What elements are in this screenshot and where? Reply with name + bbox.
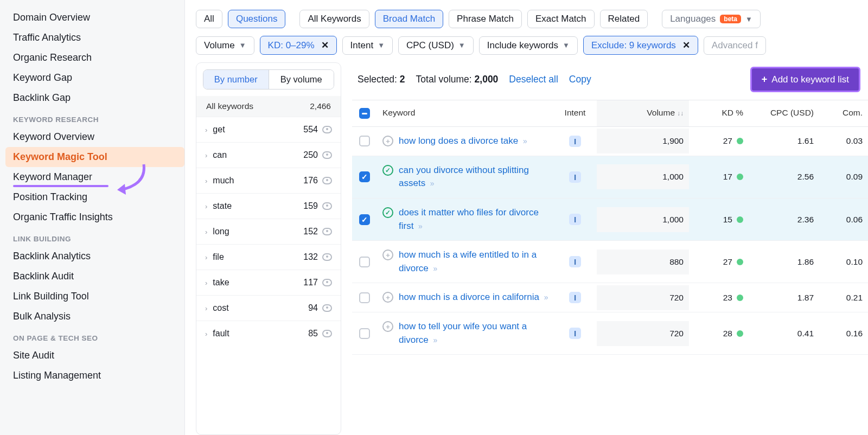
- filter-exclude-label: Exclude: 9 keywords: [591, 40, 676, 51]
- filter-include[interactable]: Include keywords ▼: [479, 36, 578, 55]
- total-volume: Total volume: 2,000: [416, 74, 499, 85]
- add-circle-icon[interactable]: +: [382, 250, 393, 260]
- add-circle-icon[interactable]: +: [382, 321, 393, 332]
- filter-match-phrase[interactable]: Phrase Match: [449, 10, 522, 28]
- nav-backlink-audit[interactable]: Backlink Audit: [5, 266, 184, 286]
- group-label: get: [213, 125, 225, 135]
- group-row[interactable]: ›get 554: [196, 117, 341, 142]
- col-com[interactable]: Com.: [819, 100, 868, 126]
- eye-icon[interactable]: [322, 330, 332, 337]
- selected-counter: Selected: 2: [358, 74, 405, 85]
- keyword-link[interactable]: how to tell your wife you want a divorce…: [399, 320, 548, 347]
- row-checkbox[interactable]: [359, 328, 370, 339]
- group-row[interactable]: ›state 159: [196, 193, 341, 219]
- results-panel: Selected: 2 Total volume: 2,000 Deselect…: [352, 62, 868, 435]
- col-cpc[interactable]: CPC (USD): [749, 100, 819, 126]
- table-row: +how much is a divorce in california » I…: [352, 283, 868, 312]
- eye-icon[interactable]: [322, 177, 332, 184]
- keyword-link[interactable]: can you divorce without splitting assets…: [399, 164, 548, 190]
- nav-keyword-manager[interactable]: Keyword Manager: [5, 167, 184, 187]
- add-to-keyword-list-button[interactable]: + Add to keyword list: [750, 67, 860, 92]
- filter-volume[interactable]: Volume ▼: [196, 36, 254, 55]
- group-count: 132: [303, 252, 318, 262]
- filter-advanced[interactable]: Advanced f: [704, 36, 766, 55]
- group-row[interactable]: ›can 250: [196, 142, 341, 168]
- nav-backlink-gap[interactable]: Backlink Gap: [5, 88, 184, 108]
- chevrons-right-icon: »: [418, 222, 422, 231]
- keyword-link[interactable]: how much is a wife entitled to in a divo…: [399, 248, 548, 275]
- row-checkbox[interactable]: [359, 292, 370, 303]
- row-checkbox[interactable]: [359, 171, 370, 182]
- group-row[interactable]: ›file 132: [196, 244, 341, 270]
- cell-com: 0.06: [819, 207, 868, 232]
- group-row[interactable]: ›much 176: [196, 168, 341, 193]
- filter-intent[interactable]: Intent ▼: [342, 36, 393, 55]
- eye-icon[interactable]: [322, 228, 332, 235]
- group-count: 117: [303, 278, 318, 287]
- cell-volume: 720: [597, 321, 689, 346]
- nav-domain-overview[interactable]: Domain Overview: [5, 8, 184, 28]
- cell-volume: 720: [597, 285, 689, 310]
- nav-keyword-magic-tool[interactable]: Keyword Magic Tool: [5, 147, 184, 167]
- group-row[interactable]: ›fault 85: [196, 321, 341, 346]
- add-circle-icon[interactable]: +: [382, 136, 393, 146]
- group-label: take: [213, 278, 229, 287]
- filter-match-exact[interactable]: Exact Match: [527, 10, 595, 28]
- filter-languages[interactable]: Languages beta ▼: [662, 10, 761, 28]
- close-icon[interactable]: ✕: [680, 40, 690, 51]
- cell-volume: 1,900: [597, 129, 689, 153]
- cell-kd: 17: [694, 172, 743, 182]
- col-keyword[interactable]: Keyword: [377, 100, 553, 126]
- nav-keyword-gap[interactable]: Keyword Gap: [5, 68, 184, 88]
- eye-icon[interactable]: [322, 304, 332, 312]
- close-icon[interactable]: ✕: [319, 40, 329, 51]
- eye-icon[interactable]: [322, 279, 332, 286]
- filter-kd[interactable]: KD: 0–29% ✕: [260, 36, 337, 55]
- col-kd[interactable]: KD %: [689, 100, 749, 126]
- sort-by-number[interactable]: By number: [203, 70, 269, 89]
- group-row[interactable]: ›cost 94: [196, 295, 341, 321]
- col-intent[interactable]: Intent: [553, 100, 597, 126]
- eye-icon[interactable]: [322, 202, 332, 210]
- keyword-link[interactable]: how much is a divorce in california »: [399, 291, 547, 304]
- row-checkbox[interactable]: [359, 136, 370, 146]
- deselect-all-link[interactable]: Deselect all: [509, 74, 558, 85]
- filter-type-all[interactable]: All: [196, 10, 222, 28]
- filter-cpc[interactable]: CPC (USD) ▼: [398, 36, 474, 55]
- filter-match-related[interactable]: Related: [600, 10, 648, 28]
- nav-organic-traffic-insights[interactable]: Organic Traffic Insights: [5, 207, 184, 227]
- nav-bulk-analysis[interactable]: Bulk Analysis: [5, 306, 184, 327]
- filter-match-all-keywords[interactable]: All Keywords: [299, 10, 369, 28]
- row-checkbox[interactable]: [359, 214, 370, 225]
- filter-exclude[interactable]: Exclude: 9 keywords ✕: [583, 36, 698, 55]
- sort-by-volume[interactable]: By volume: [269, 70, 334, 89]
- nav-keyword-overview[interactable]: Keyword Overview: [5, 127, 184, 147]
- keyword-link[interactable]: does it matter who files for divorce fir…: [399, 206, 548, 233]
- nav-backlink-analytics[interactable]: Backlink Analytics: [5, 246, 184, 266]
- filter-match-broad[interactable]: Broad Match: [375, 10, 443, 28]
- group-row[interactable]: ›long 152: [196, 219, 341, 244]
- eye-icon[interactable]: [322, 253, 332, 261]
- intent-badge: I: [569, 171, 581, 183]
- row-checkbox[interactable]: [359, 257, 370, 267]
- group-row[interactable]: ›take 117: [196, 270, 341, 295]
- add-circle-icon[interactable]: +: [382, 292, 393, 303]
- sidebar: Domain Overview Traffic Analytics Organi…: [0, 0, 184, 435]
- nav-link-building-tool[interactable]: Link Building Tool: [5, 286, 184, 306]
- keyword-link[interactable]: how long does a divorce take »: [399, 135, 526, 148]
- nav-listing-management[interactable]: Listing Management: [5, 366, 184, 386]
- cell-kd: 28: [694, 329, 743, 338]
- col-volume[interactable]: Volume↓↓: [597, 100, 689, 126]
- copy-link[interactable]: Copy: [569, 74, 591, 85]
- eye-icon[interactable]: [322, 151, 332, 159]
- eye-icon[interactable]: [322, 126, 332, 133]
- chevron-down-icon: ▼: [378, 41, 385, 49]
- group-label: fault: [213, 329, 229, 338]
- select-all-checkbox[interactable]: [359, 108, 370, 119]
- nav-site-audit[interactable]: Site Audit: [5, 346, 184, 366]
- nav-position-tracking[interactable]: Position Tracking: [5, 187, 184, 207]
- group-header-label: All keywords: [206, 101, 253, 111]
- filter-type-questions[interactable]: Questions: [228, 10, 286, 28]
- nav-traffic-analytics[interactable]: Traffic Analytics: [5, 28, 184, 48]
- nav-organic-research[interactable]: Organic Research: [5, 48, 184, 68]
